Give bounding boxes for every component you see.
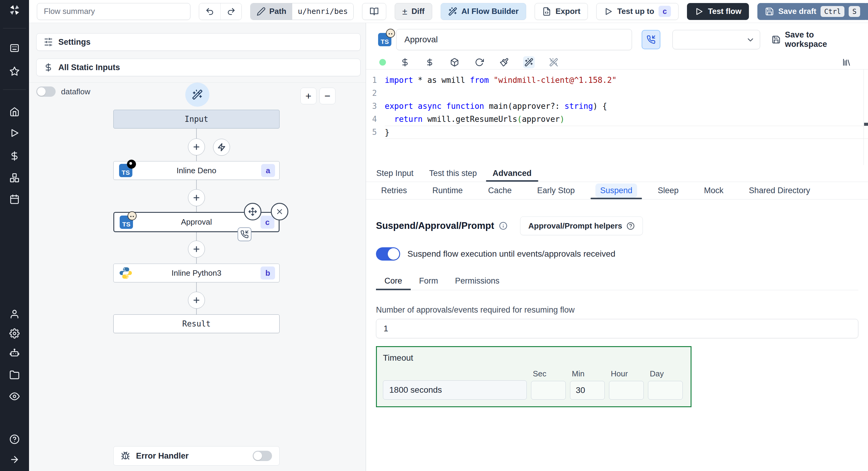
export-button[interactable]: Export xyxy=(535,3,588,20)
editor-overview-ruler[interactable] xyxy=(864,69,868,165)
ai-graph-wand-button[interactable] xyxy=(185,83,210,107)
ai-disabled-wand-button[interactable] xyxy=(548,56,559,68)
tab-retries[interactable]: Retries xyxy=(368,182,420,199)
save-icon xyxy=(765,7,774,16)
format-brush-button[interactable] xyxy=(498,56,510,68)
info-icon[interactable] xyxy=(499,222,507,230)
diff-button[interactable]: ±Diff xyxy=(395,3,432,20)
undo-button[interactable] xyxy=(199,3,220,20)
error-handler-card[interactable]: Error Handler xyxy=(113,446,280,466)
test-up-to-label: Test up to xyxy=(617,7,654,16)
windmill-logo-icon[interactable] xyxy=(8,4,21,16)
tab-form[interactable]: Form xyxy=(411,272,447,290)
hour-input[interactable] xyxy=(609,381,644,400)
step-node-inline-deno[interactable]: TS Inline Deno a xyxy=(113,161,280,180)
variables-dollar-icon[interactable] xyxy=(8,150,21,162)
folders-icon[interactable] xyxy=(8,369,21,381)
sec-input[interactable] xyxy=(531,381,566,400)
add-step-button[interactable] xyxy=(188,241,205,258)
tab-shared-directory[interactable]: Shared Directory xyxy=(736,182,823,199)
move-node-button[interactable] xyxy=(244,203,261,220)
tab-sleep[interactable]: Sleep xyxy=(645,182,691,199)
redo-button[interactable] xyxy=(220,3,242,20)
add-step-button[interactable] xyxy=(188,189,205,206)
approval-prompt-helpers-button[interactable]: Approval/Prompt helpers xyxy=(520,216,643,235)
expand-arrow-icon[interactable] xyxy=(8,453,21,466)
export-label: Export xyxy=(556,7,580,16)
ai-assistant-wand-button[interactable] xyxy=(523,56,535,68)
script-version-select[interactable] xyxy=(673,30,760,49)
rail-divider xyxy=(3,89,26,90)
day-input[interactable] xyxy=(648,381,683,400)
deploy-button-partial[interactable] xyxy=(863,3,868,20)
dataflow-toggle[interactable] xyxy=(36,86,56,97)
advanced-tabs: Retries Runtime Cache Early Stop Suspend… xyxy=(366,182,868,200)
settings-gear-icon[interactable] xyxy=(8,327,21,340)
suspend-enable-toggle[interactable] xyxy=(376,247,400,261)
flow-graph: Input TS Inline Deno a TS Approval c xyxy=(113,110,280,333)
move-icon xyxy=(248,207,257,216)
test-up-to-button[interactable]: Test up toc xyxy=(596,3,679,20)
zoom-out-button[interactable]: − xyxy=(319,88,336,104)
resources-dollar-button[interactable] xyxy=(424,56,435,68)
code-line-1: 1import * as wmill from "windmill-client… xyxy=(366,74,868,87)
save-draft-label: Save draft xyxy=(778,7,816,16)
workers-bot-icon[interactable] xyxy=(8,347,21,358)
approvals-count-input[interactable] xyxy=(376,319,858,338)
user-icon[interactable] xyxy=(8,308,21,320)
kbd-s: S xyxy=(849,6,860,17)
variables-dollar-button[interactable] xyxy=(399,56,411,68)
tab-test-this-step[interactable]: Test this step xyxy=(421,165,485,182)
tab-mock[interactable]: Mock xyxy=(691,182,736,199)
tab-cache[interactable]: Cache xyxy=(475,182,524,199)
delete-node-button[interactable] xyxy=(271,203,288,220)
reload-button[interactable] xyxy=(473,56,485,68)
tab-step-input[interactable]: Step Input xyxy=(368,165,421,182)
schedules-calendar-icon[interactable] xyxy=(8,193,21,205)
test-flow-button[interactable]: Test flow xyxy=(687,3,749,20)
apps-icon[interactable] xyxy=(8,42,21,54)
tab-runtime[interactable]: Runtime xyxy=(420,182,476,199)
add-step-button[interactable] xyxy=(188,139,205,155)
node-label: Inline Deno xyxy=(177,166,216,175)
tab-core[interactable]: Core xyxy=(376,272,411,290)
help-icon[interactable] xyxy=(8,433,21,445)
step-editor-panel: TS Save to workspace xyxy=(366,23,868,471)
timeout-section: Timeout 1800 seconds Sec Min xyxy=(376,346,691,407)
step-node-inline-python3[interactable]: Inline Python3 b xyxy=(113,264,280,282)
all-static-inputs-card[interactable]: All Static Inputs xyxy=(36,59,361,76)
input-node-label: Input xyxy=(185,115,208,124)
path-button[interactable]: Path u/henri/bes xyxy=(250,3,353,20)
add-trigger-bolt-button[interactable] xyxy=(213,139,230,156)
timeout-summary-field: 1800 seconds xyxy=(383,380,527,400)
suspend-phone-button[interactable] xyxy=(642,30,660,49)
library-button[interactable] xyxy=(841,56,852,68)
tab-suspend[interactable]: Suspend xyxy=(588,182,645,199)
tab-early-stop[interactable]: Early Stop xyxy=(524,182,588,199)
flow-result-node[interactable]: Result xyxy=(113,315,280,333)
audit-eye-icon[interactable] xyxy=(8,390,21,402)
flow-input-node[interactable]: Input xyxy=(113,110,280,128)
tab-permissions[interactable]: Permissions xyxy=(447,272,508,290)
docs-button[interactable] xyxy=(362,3,386,20)
add-step-button[interactable] xyxy=(188,292,205,308)
min-input[interactable] xyxy=(570,381,605,400)
ai-flow-builder-button[interactable]: AI Flow Builder xyxy=(441,3,526,20)
suspend-settings: Suspend/Approval/Prompt Approval/Prompt … xyxy=(376,200,858,471)
package-button[interactable] xyxy=(449,56,460,68)
runs-play-icon[interactable] xyxy=(8,127,21,139)
pencil-icon xyxy=(256,7,266,16)
flow-settings-card[interactable]: Settings xyxy=(36,33,361,51)
resources-boxes-icon[interactable] xyxy=(8,172,21,184)
save-to-workspace-button[interactable]: Save to workspace xyxy=(772,30,858,49)
step-name-input[interactable] xyxy=(396,29,632,50)
favorites-star-icon[interactable] xyxy=(8,65,21,78)
flow-summary-input[interactable] xyxy=(37,3,190,20)
help-icon xyxy=(626,222,635,230)
code-editor[interactable]: 1import * as wmill from "windmill-client… xyxy=(366,69,868,165)
error-handler-toggle[interactable] xyxy=(253,451,272,461)
save-draft-button[interactable]: Save draftCtrlS xyxy=(757,3,868,20)
zoom-in-button[interactable]: + xyxy=(301,88,316,104)
home-icon[interactable] xyxy=(8,106,21,118)
tab-advanced[interactable]: Advanced xyxy=(485,165,539,182)
